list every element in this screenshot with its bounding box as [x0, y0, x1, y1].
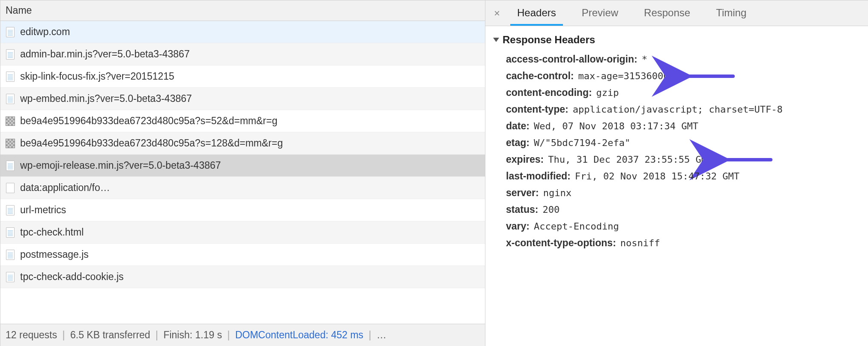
- header-key: date:: [506, 120, 530, 132]
- header-key: content-type:: [506, 104, 569, 115]
- request-row[interactable]: be9a4e9519964b933dea6723d480c95a?s=128&d…: [0, 132, 485, 155]
- header-value: nosniff: [620, 238, 660, 248]
- header-line: status:200: [493, 201, 868, 218]
- request-name: editwp.com: [20, 26, 70, 38]
- close-icon[interactable]: ×: [490, 5, 504, 22]
- request-name: url-metrics: [20, 204, 66, 216]
- request-name: tpc-check-add-cookie.js: [20, 271, 124, 283]
- status-separator: |: [153, 329, 161, 340]
- request-row[interactable]: be9a4e9519964b933dea6723d480c95a?s=52&d=…: [0, 110, 485, 132]
- requests-panel: Name editwp.comadmin-bar.min.js?ver=5.0-…: [0, 0, 485, 346]
- header-line: date:Wed, 07 Nov 2018 03:17:34 GMT: [493, 118, 868, 134]
- header-line: server:nginx: [493, 185, 868, 201]
- status-trailing: …: [377, 329, 386, 340]
- header-line: vary:Accept-Encoding: [493, 218, 868, 235]
- request-name: wp-embed.min.js?ver=5.0-beta3-43867: [20, 93, 192, 104]
- header-line: expires:Thu, 31 Dec 2037 23:55:55 GMT: [493, 151, 868, 168]
- devtools-network-panel: Name editwp.comadmin-bar.min.js?ver=5.0-…: [0, 0, 868, 346]
- document-icon: [6, 49, 15, 60]
- image-icon: [6, 138, 15, 149]
- request-list: editwp.comadmin-bar.min.js?ver=5.0-beta3…: [0, 21, 485, 324]
- request-row[interactable]: wp-emoji-release.min.js?ver=5.0-beta3-43…: [0, 155, 485, 177]
- header-value: Fri, 02 Nov 2018 15:47:32 GMT: [575, 171, 739, 182]
- request-row[interactable]: skip-link-focus-fix.js?ver=20151215: [0, 66, 485, 88]
- request-row[interactable]: tpc-check.html: [0, 221, 485, 244]
- tab-headers[interactable]: Headers: [510, 1, 563, 26]
- header-key: x-content-type-options:: [506, 237, 616, 249]
- header-line: access-control-allow-origin:*: [493, 51, 868, 68]
- request-name: data:application/fo…: [20, 182, 110, 194]
- header-line: cache-control:max-age=315360000: [493, 68, 868, 84]
- request-name: be9a4e9519964b933dea6723d480c95a?s=52&d=…: [20, 115, 277, 127]
- request-name: tpc-check.html: [20, 227, 84, 238]
- request-row[interactable]: url-metrics: [0, 199, 485, 221]
- section-title-text: Response Headers: [503, 34, 595, 46]
- document-icon: [6, 93, 15, 104]
- document-icon: [6, 27, 15, 38]
- request-row[interactable]: editwp.com: [0, 21, 485, 43]
- status-separator: |: [366, 329, 374, 340]
- request-name: be9a4e9519964b933dea6723d480c95a?s=128&d…: [20, 137, 283, 149]
- document-icon: [6, 271, 15, 283]
- status-separator: |: [225, 329, 233, 340]
- request-row[interactable]: admin-bar.min.js?ver=5.0-beta3-43867: [0, 43, 485, 66]
- header-line: etag:W/"5bdc7194-2efa": [493, 134, 868, 151]
- request-name: postmessage.js: [20, 249, 89, 260]
- document-icon: [6, 205, 15, 216]
- document-icon: [6, 249, 15, 260]
- document-icon: [6, 227, 15, 238]
- status-domcontentloaded: DOMContentLoaded: 452 ms: [235, 329, 363, 340]
- status-finish: Finish: 1.19 s: [163, 329, 222, 340]
- header-value: Accept-Encoding: [534, 221, 619, 232]
- header-key: access-control-allow-origin:: [506, 54, 638, 65]
- header-key: last-modified:: [506, 170, 571, 182]
- header-line: x-content-type-options:nosniff: [493, 235, 868, 251]
- header-value: gzip: [596, 87, 619, 98]
- header-value: 200: [542, 204, 560, 215]
- tab-response[interactable]: Response: [637, 1, 697, 26]
- header-line: content-type:application/javascript; cha…: [493, 101, 868, 118]
- request-row[interactable]: postmessage.js: [0, 244, 485, 266]
- tab-timing[interactable]: Timing: [709, 1, 753, 26]
- request-name: wp-emoji-release.min.js?ver=5.0-beta3-43…: [20, 160, 221, 171]
- header-key: etag:: [506, 137, 530, 149]
- header-line: last-modified:Fri, 02 Nov 2018 15:47:32 …: [493, 168, 868, 185]
- header-key: cache-control:: [506, 70, 574, 82]
- header-key: server:: [506, 187, 539, 199]
- header-value: max-age=315360000: [578, 71, 674, 81]
- headers-body: Response Headers access-control-allow-or…: [485, 26, 868, 259]
- collapse-triangle-icon[interactable]: [493, 38, 499, 42]
- header-value: W/"5bdc7194-2efa": [534, 137, 630, 148]
- image-icon: [6, 116, 15, 127]
- header-value: Thu, 31 Dec 2037 23:55:55 GMT: [548, 154, 712, 165]
- header-key: content-encoding:: [506, 87, 592, 98]
- status-requests: 12 requests: [6, 329, 57, 340]
- status-separator: |: [60, 329, 68, 340]
- header-key: status:: [506, 204, 538, 215]
- response-headers-section[interactable]: Response Headers: [493, 34, 868, 46]
- details-tabs: × HeadersPreviewResponseTiming: [485, 0, 868, 26]
- header-key: expires:: [506, 154, 544, 165]
- annotation-arrow-icon: [719, 155, 775, 165]
- response-headers-list: access-control-allow-origin:*cache-contr…: [493, 51, 868, 251]
- blank-file-icon: [6, 182, 15, 194]
- header-value: Wed, 07 Nov 2018 03:17:34 GMT: [534, 121, 698, 131]
- tab-preview[interactable]: Preview: [575, 1, 625, 26]
- header-line: content-encoding:gzip: [493, 84, 868, 101]
- name-column-header[interactable]: Name: [0, 0, 485, 21]
- status-transferred: 6.5 KB transferred: [70, 329, 150, 340]
- network-status-bar: 12 requests | 6.5 KB transferred | Finis…: [0, 324, 485, 346]
- header-value: *: [642, 54, 647, 65]
- details-panel: × HeadersPreviewResponseTiming Response …: [485, 0, 868, 346]
- header-key: vary:: [506, 221, 530, 232]
- request-row[interactable]: data:application/fo…: [0, 177, 485, 199]
- request-name: admin-bar.min.js?ver=5.0-beta3-43867: [20, 48, 190, 60]
- request-name: skip-link-focus-fix.js?ver=20151215: [20, 71, 174, 82]
- header-value: nginx: [543, 188, 572, 198]
- document-icon: [6, 160, 15, 171]
- request-row[interactable]: tpc-check-add-cookie.js: [0, 266, 485, 288]
- annotation-arrow-icon: [682, 71, 737, 81]
- header-value: application/javascript; charset=UTF-8: [573, 104, 783, 115]
- document-icon: [6, 71, 15, 82]
- request-row[interactable]: wp-embed.min.js?ver=5.0-beta3-43867: [0, 88, 485, 110]
